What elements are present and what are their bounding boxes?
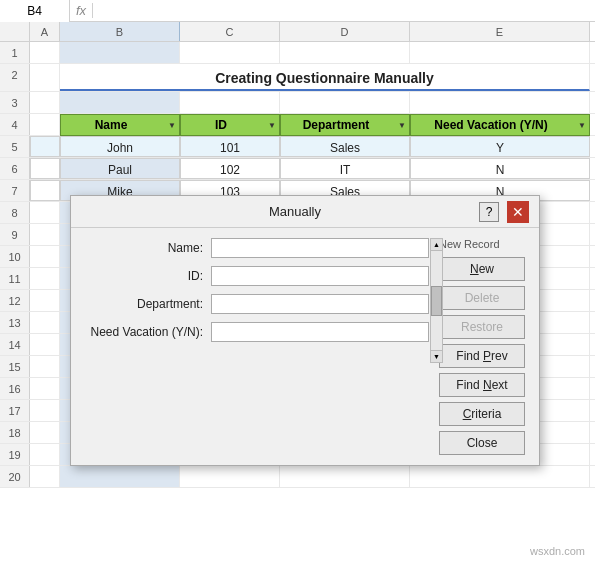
scroll-up-button[interactable]: ▲ bbox=[431, 239, 442, 251]
cell-a4[interactable] bbox=[30, 114, 60, 135]
col-header-e[interactable]: E bbox=[410, 22, 590, 41]
row-num-6: 6 bbox=[0, 158, 30, 179]
dialog-buttons: New Record New Delete Restore Find Prev … bbox=[439, 238, 529, 455]
dialog: Manually ? ✕ Name: ID: Department: bbox=[70, 195, 540, 466]
col-header-empty bbox=[0, 22, 30, 41]
col-header-b[interactable]: B bbox=[60, 22, 180, 41]
row-5: 5 John 101 Sales Y bbox=[0, 136, 595, 158]
label-department: Department: bbox=[81, 297, 211, 311]
section-label: New Record bbox=[439, 238, 529, 250]
table-header-name[interactable]: Name ▼ bbox=[60, 114, 180, 136]
label-vacation: Need Vacation (Y/N): bbox=[81, 325, 211, 339]
cell-a6[interactable] bbox=[30, 158, 60, 179]
dialog-close-button[interactable]: ✕ bbox=[507, 201, 529, 223]
new-button[interactable]: New bbox=[439, 257, 525, 281]
cell-d1[interactable] bbox=[280, 42, 410, 63]
input-id[interactable] bbox=[211, 266, 429, 286]
cell-e5[interactable]: Y bbox=[410, 136, 590, 157]
field-name: Name: bbox=[81, 238, 429, 258]
formula-fx-icon: fx bbox=[70, 3, 93, 18]
cell-a2[interactable] bbox=[30, 64, 60, 91]
row-num-8: 8 bbox=[0, 202, 30, 223]
form-scrollbar[interactable]: ▲ ▼ bbox=[430, 238, 443, 363]
cell-c1[interactable] bbox=[180, 42, 280, 63]
restore-button[interactable]: Restore bbox=[439, 315, 525, 339]
dialog-title: Manually bbox=[111, 204, 479, 219]
label-id: ID: bbox=[81, 269, 211, 283]
cell-e6[interactable]: N bbox=[410, 158, 590, 179]
row-2: 2 Creating Questionnaire Manually bbox=[0, 64, 595, 92]
field-id: ID: bbox=[81, 266, 429, 286]
cell-c3[interactable] bbox=[180, 92, 280, 113]
row-3: 3 bbox=[0, 92, 595, 114]
dialog-body: Name: ID: Department: Need Vacation (Y/N… bbox=[71, 228, 539, 465]
dropdown-arrow-id[interactable]: ▼ bbox=[268, 121, 276, 130]
dropdown-arrow-dept[interactable]: ▼ bbox=[398, 121, 406, 130]
col-header-d[interactable]: D bbox=[280, 22, 410, 41]
find-next-button[interactable]: Find Next bbox=[439, 373, 525, 397]
input-name[interactable] bbox=[211, 238, 429, 258]
row-num-7: 7 bbox=[0, 180, 30, 201]
dialog-form: Name: ID: Department: Need Vacation (Y/N… bbox=[81, 238, 429, 455]
cell-d5[interactable]: Sales bbox=[280, 136, 410, 157]
find-prev-button[interactable]: Find Prev bbox=[439, 344, 525, 368]
input-vacation[interactable] bbox=[211, 322, 429, 342]
cell-d3[interactable] bbox=[280, 92, 410, 113]
cell-c6[interactable]: 102 bbox=[180, 158, 280, 179]
row-num-5: 5 bbox=[0, 136, 30, 157]
row-num-3: 3 bbox=[0, 92, 30, 113]
label-name: Name: bbox=[81, 241, 211, 255]
row-4: 4 Name ▼ ID ▼ Department ▼ Need Vacation… bbox=[0, 114, 595, 136]
close-button[interactable]: Close bbox=[439, 431, 525, 455]
col-header-a[interactable]: A bbox=[30, 22, 60, 41]
dropdown-arrow-name[interactable]: ▼ bbox=[168, 121, 176, 130]
cell-a5[interactable] bbox=[30, 136, 60, 157]
input-department[interactable] bbox=[211, 294, 429, 314]
dialog-titlebar: Manually ? ✕ bbox=[71, 196, 539, 228]
delete-button[interactable]: Delete bbox=[439, 286, 525, 310]
cell-b1[interactable] bbox=[60, 42, 180, 63]
table-header-department[interactable]: Department ▼ bbox=[280, 114, 410, 136]
watermark: wsxdn.com bbox=[530, 545, 585, 557]
dialog-help-button[interactable]: ? bbox=[479, 202, 499, 222]
cell-b3[interactable] bbox=[60, 92, 180, 113]
row-num-2: 2 bbox=[0, 64, 30, 91]
field-vacation: Need Vacation (Y/N): bbox=[81, 322, 429, 342]
cell-a7[interactable] bbox=[30, 180, 60, 201]
row-20: 20 bbox=[0, 466, 595, 488]
formula-bar: B4 fx bbox=[0, 0, 595, 22]
criteria-button[interactable]: Criteria bbox=[439, 402, 525, 426]
cell-title: Creating Questionnaire Manually bbox=[60, 64, 590, 91]
cell-a3[interactable] bbox=[30, 92, 60, 113]
table-header-vacation[interactable]: Need Vacation (Y/N) ▼ bbox=[410, 114, 590, 136]
col-header-c[interactable]: C bbox=[180, 22, 280, 41]
table-header-id[interactable]: ID ▼ bbox=[180, 114, 280, 136]
dropdown-arrow-vacation[interactable]: ▼ bbox=[578, 121, 586, 130]
column-headers: A B C D E bbox=[0, 22, 595, 42]
row-num-1: 1 bbox=[0, 42, 30, 63]
row-6: 6 Paul 102 IT N bbox=[0, 158, 595, 180]
field-department: Department: bbox=[81, 294, 429, 314]
row-1: 1 bbox=[0, 42, 595, 64]
cell-a1[interactable] bbox=[30, 42, 60, 63]
name-box[interactable]: B4 bbox=[0, 0, 70, 22]
scroll-down-button[interactable]: ▼ bbox=[431, 350, 442, 362]
scroll-thumb[interactable] bbox=[431, 286, 442, 316]
cell-c5[interactable]: 101 bbox=[180, 136, 280, 157]
row-num-4: 4 bbox=[0, 114, 30, 135]
cell-e3[interactable] bbox=[410, 92, 590, 113]
cell-b6[interactable]: Paul bbox=[60, 158, 180, 179]
cell-d6[interactable]: IT bbox=[280, 158, 410, 179]
cell-e1[interactable] bbox=[410, 42, 590, 63]
cell-b5[interactable]: John bbox=[60, 136, 180, 157]
